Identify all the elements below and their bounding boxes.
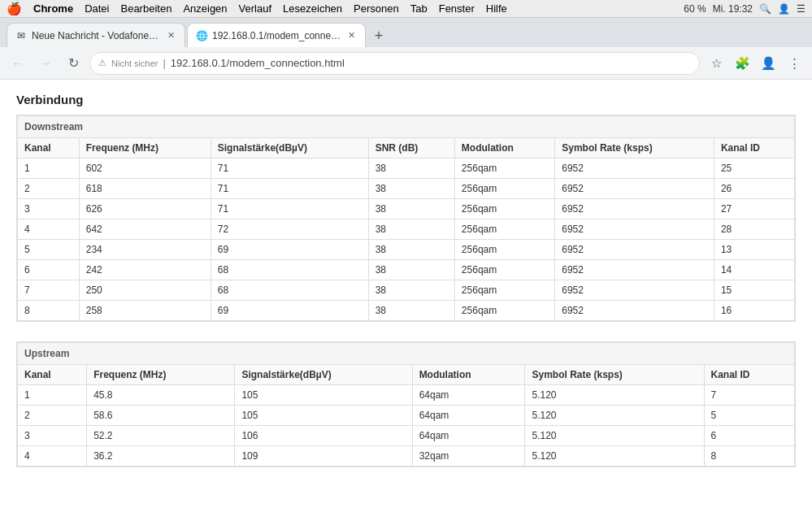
table-cell: 256qam: [454, 280, 554, 301]
ds-col-snr: SNR (dB): [368, 138, 454, 158]
chrome-menu-button[interactable]: ⋮: [783, 52, 805, 75]
table-cell: 27: [714, 199, 794, 219]
table-cell: 68: [211, 280, 368, 301]
menu-fenster[interactable]: Fenster: [439, 2, 475, 15]
table-cell: 256qam: [454, 179, 554, 199]
tab-modem-connection[interactable]: 🌐 192.168.0.1/modem_connectio... ✕: [187, 23, 366, 47]
tab-favicon-2: 🌐: [196, 30, 207, 41]
table-cell: 105: [235, 406, 412, 426]
url-text: 192.168.0.1/modem_connection.html: [171, 57, 345, 69]
ds-col-modulation: Modulation: [454, 138, 554, 158]
downstream-table: Kanal Frequenz (MHz) Signalstärke(dBµV) …: [17, 137, 795, 321]
menu-items: Datei Bearbeiten Anzeigen Verlauf Leseze…: [85, 2, 507, 15]
menu-verlauf[interactable]: Verlauf: [239, 2, 271, 15]
table-cell: 58.6: [87, 406, 235, 426]
table-cell: 38: [368, 199, 454, 219]
security-label: Nicht sicher: [111, 59, 158, 68]
us-col-modulation: Modulation: [412, 365, 525, 385]
upstream-header-row: Kanal Frequenz (MHz) Signalstärke(dBµV) …: [18, 365, 795, 385]
table-cell: 7: [704, 385, 794, 406]
bookmark-button[interactable]: ☆: [705, 52, 727, 75]
menu-anzeigen[interactable]: Anzeigen: [183, 2, 227, 15]
table-cell: 5.120: [525, 385, 704, 406]
table-cell: 45.8: [87, 385, 235, 406]
address-bar[interactable]: ⚠ Nicht sicher | 192.168.0.1/modem_conne…: [89, 52, 700, 75]
downstream-thead: Kanal Frequenz (MHz) Signalstärke(dBµV) …: [18, 138, 795, 158]
menu-personen[interactable]: Personen: [354, 2, 399, 15]
menu-lesezeichen[interactable]: Lesezeichen: [283, 2, 342, 15]
us-col-frequenz: Frequenz (MHz): [87, 365, 235, 385]
table-cell: 1: [18, 385, 87, 406]
table-cell: 256qam: [454, 158, 554, 179]
omnibar: ← → ↻ ⚠ Nicht sicher | 192.168.0.1/modem…: [0, 47, 812, 80]
table-cell: 256qam: [454, 219, 554, 240]
table-cell: 106: [235, 426, 412, 446]
menu-tab[interactable]: Tab: [410, 2, 428, 15]
forward-button[interactable]: →: [34, 52, 57, 75]
table-cell: 64qam: [412, 385, 525, 406]
table-cell: 6952: [555, 240, 714, 260]
table-cell: 2: [18, 406, 87, 426]
table-cell: 38: [368, 219, 454, 240]
table-cell: 105: [235, 385, 412, 406]
table-cell: 64qam: [412, 406, 525, 426]
table-cell: 69: [211, 301, 368, 321]
profile-button[interactable]: 👤: [757, 52, 779, 75]
table-cell: 6952: [555, 301, 714, 321]
upstream-tbody: 145.810564qam5.1207258.610564qam5.120535…: [18, 385, 795, 467]
table-row: 46427238256qam695228: [18, 219, 795, 240]
table-cell: 14: [714, 260, 794, 280]
table-cell: 38: [368, 301, 454, 321]
table-row: 62426838256qam695214: [18, 260, 795, 280]
table-row: 26187138256qam695226: [18, 179, 795, 199]
table-cell: 26: [714, 179, 794, 199]
table-cell: 71: [211, 158, 368, 179]
table-row: 258.610564qam5.1205: [18, 406, 795, 426]
table-row: 72506838256qam695215: [18, 280, 795, 301]
table-cell: 8: [18, 301, 80, 321]
tab-title-2: 192.168.0.1/modem_connectio...: [212, 30, 341, 41]
table-cell: 38: [368, 158, 454, 179]
extensions-button[interactable]: 🧩: [731, 52, 753, 75]
table-cell: 68: [211, 260, 368, 280]
table-cell: 71: [211, 199, 368, 219]
table-row: 82586938256qam695216: [18, 301, 795, 321]
ds-col-signalstaerke: Signalstärke(dBµV): [211, 138, 368, 158]
table-cell: 6952: [555, 280, 714, 301]
table-cell: 38: [368, 280, 454, 301]
reload-button[interactable]: ↻: [62, 52, 85, 75]
page-title: Verbindung: [16, 93, 796, 106]
us-col-kanal: Kanal: [18, 365, 87, 385]
table-cell: 602: [79, 158, 211, 179]
tab-close-2[interactable]: ✕: [346, 28, 357, 42]
table-cell: 5.120: [525, 406, 704, 426]
ds-col-kanal: Kanal: [18, 138, 80, 158]
table-cell: 256qam: [454, 260, 554, 280]
tab-close-1[interactable]: ✕: [166, 28, 176, 42]
profile-icon[interactable]: 👤: [778, 3, 790, 15]
security-icon: ⚠: [98, 58, 106, 68]
table-cell: 28: [714, 219, 794, 240]
new-tab-button[interactable]: +: [367, 24, 390, 47]
extensions-icon[interactable]: ☰: [797, 3, 805, 15]
url-separator: |: [163, 57, 165, 69]
table-cell: 5: [704, 406, 794, 426]
battery-status: 60 %: [684, 3, 706, 15]
menu-hilfe[interactable]: Hilfe: [486, 2, 507, 15]
menu-datei[interactable]: Datei: [85, 2, 109, 15]
search-icon[interactable]: 🔍: [759, 3, 771, 15]
table-cell: 64qam: [412, 426, 525, 446]
tab-title-1: Neue Nachricht - Vodafone C...: [32, 30, 161, 41]
app-name[interactable]: Chrome: [33, 2, 73, 15]
table-row: 145.810564qam5.1207: [18, 385, 795, 406]
menu-bearbeiten[interactable]: Bearbeiten: [120, 2, 172, 15]
back-button[interactable]: ←: [7, 52, 29, 75]
table-cell: 52.2: [87, 426, 235, 446]
table-cell: 250: [79, 280, 211, 301]
upstream-table: Kanal Frequenz (MHz) Signalstärke(dBµV) …: [17, 364, 795, 467]
table-row: 436.210932qam5.1208: [18, 446, 795, 467]
table-cell: 1: [18, 158, 80, 179]
apple-menu[interactable]: 🍎: [7, 2, 22, 16]
tab-favicon-1: ✉: [15, 30, 27, 41]
tab-neue-nachricht[interactable]: ✉ Neue Nachricht - Vodafone C... ✕: [7, 23, 185, 47]
